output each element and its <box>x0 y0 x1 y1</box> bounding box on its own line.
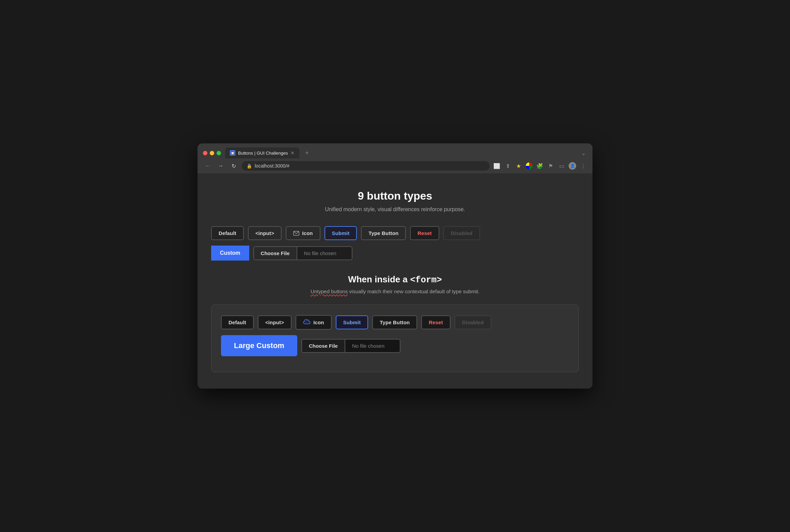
section2-subtitle: Untyped buttons visually match their new… <box>211 288 579 294</box>
tab-bar: 🔲 Buttons | GUI Challenges ✕ + <box>225 147 575 158</box>
form-icon-button[interactable]: Icon <box>296 315 331 330</box>
button-row-4: Large Custom Choose File No file chosen <box>221 335 569 356</box>
custom-button[interactable]: Custom <box>211 246 249 261</box>
page-title: 9 button types <box>211 190 579 202</box>
icon-button-label: Icon <box>302 230 313 236</box>
form-file-input-wrapper: Choose File No file chosen <box>301 339 400 353</box>
form-reset-button[interactable]: Reset <box>421 315 451 329</box>
toolbar: ← → ↻ 🔒 localhost:3000/# ⬜ ⬆ ★ 🧩 ⚑ ▭ 👤 ⋮ <box>198 158 592 173</box>
profile-avatar[interactable]: 👤 <box>569 162 576 170</box>
button-row-3: Default <input> Icon Submit Type Button … <box>221 315 569 330</box>
type-button-button[interactable]: Type Button <box>361 226 406 240</box>
close-window-button[interactable] <box>203 151 207 155</box>
flag-icon[interactable]: ⚑ <box>547 162 554 170</box>
large-custom-button[interactable]: Large Custom <box>221 335 297 356</box>
toolbar-actions: ⬜ ⬆ ★ 🧩 ⚑ ▭ 👤 ⋮ <box>493 162 587 170</box>
maximize-window-button[interactable] <box>217 151 221 155</box>
form-disabled-button: Disabled <box>455 315 491 329</box>
reload-button[interactable]: ↻ <box>229 161 238 171</box>
bookmark-icon[interactable]: ★ <box>515 162 522 170</box>
form-type-button-button[interactable]: Type Button <box>372 315 417 329</box>
section2-heading: When inside a <form> <box>211 274 579 285</box>
cloud-icon <box>303 319 311 326</box>
minimize-window-button[interactable] <box>210 151 214 155</box>
close-tab-button[interactable]: ✕ <box>290 151 295 155</box>
open-external-icon[interactable]: ⬜ <box>493 162 501 170</box>
form-choose-file-button[interactable]: Choose File <box>302 340 345 352</box>
form-box: Default <input> Icon Submit Type Button … <box>211 304 579 372</box>
new-tab-button[interactable]: + <box>302 148 312 158</box>
tab-title: Buttons | GUI Challenges <box>238 151 288 156</box>
traffic-lights <box>203 151 221 155</box>
button-row-1: Default <input> Icon Submit Type Button … <box>211 226 579 240</box>
file-input-wrapper: Choose File No file chosen <box>253 246 352 260</box>
form-submit-button[interactable]: Submit <box>336 315 368 329</box>
extensions-icon[interactable]: 🧩 <box>536 162 543 170</box>
input-button[interactable]: <input> <box>248 226 282 240</box>
reset-button[interactable]: Reset <box>410 226 439 240</box>
no-file-chosen-label: No file chosen <box>297 247 352 260</box>
icon-button[interactable]: Icon <box>286 226 320 240</box>
active-tab[interactable]: 🔲 Buttons | GUI Challenges ✕ <box>225 147 299 158</box>
button-row-2: Custom Choose File No file chosen <box>211 246 579 261</box>
share-icon[interactable]: ⬆ <box>504 162 511 170</box>
form-default-button[interactable]: Default <box>221 315 254 329</box>
tab-favicon-icon: 🔲 <box>230 150 235 156</box>
form-no-file-chosen-label: No file chosen <box>345 340 400 352</box>
envelope-icon <box>293 231 299 236</box>
sidebar-icon[interactable]: ▭ <box>558 162 565 170</box>
disabled-button: Disabled <box>443 226 480 240</box>
chevron-down-icon[interactable]: ⌄ <box>580 149 587 157</box>
default-button[interactable]: Default <box>211 226 244 240</box>
address-text: localhost:3000/# <box>255 163 289 169</box>
submit-button[interactable]: Submit <box>325 226 357 240</box>
form-input-button[interactable]: <input> <box>258 315 291 329</box>
page-content: 9 button types Unified modern style, vis… <box>198 173 592 389</box>
page-subtitle: Unified modern style, visual differences… <box>211 206 579 213</box>
form-icon-button-label: Icon <box>313 319 324 325</box>
choose-file-button[interactable]: Choose File <box>254 247 297 260</box>
forward-button[interactable]: → <box>216 161 225 171</box>
title-bar: 🔲 Buttons | GUI Challenges ✕ + ⌄ <box>198 143 592 158</box>
more-options-icon[interactable]: ⋮ <box>580 162 587 170</box>
browser-window: 🔲 Buttons | GUI Challenges ✕ + ⌄ ← → ↻ 🔒… <box>198 143 592 389</box>
lock-icon: 🔒 <box>247 163 252 169</box>
color-circle-icon[interactable] <box>526 162 533 169</box>
back-button[interactable]: ← <box>203 161 212 171</box>
address-bar[interactable]: 🔒 localhost:3000/# <box>242 161 490 171</box>
